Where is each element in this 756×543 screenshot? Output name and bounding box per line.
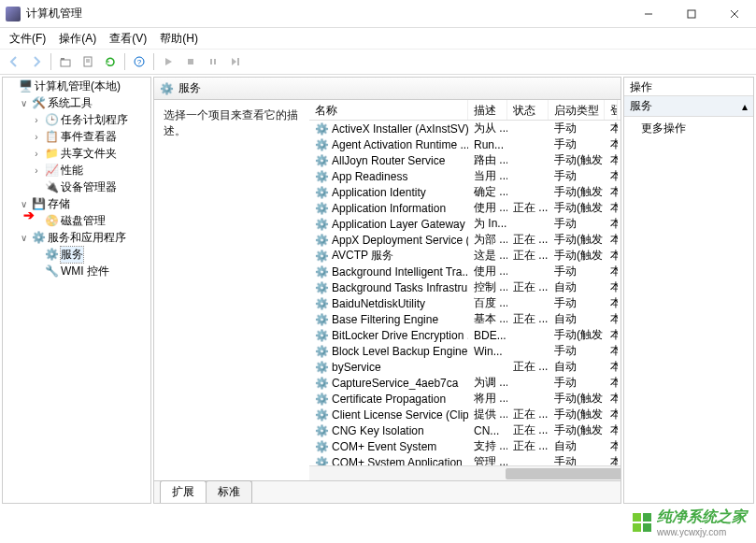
service-row[interactable]: ⚙️Client License Service (Clip...提供 ...正… bbox=[309, 407, 620, 422]
tree-device-manager[interactable]: 🔌设备管理器 bbox=[29, 179, 150, 195]
service-row[interactable]: ⚙️Application Information使用 ...正在 ...手动(… bbox=[309, 200, 620, 216]
service-row[interactable]: ⚙️AVCTP 服务这是 ...正在 ...手动(触发 ...本 bbox=[309, 248, 620, 264]
actions-more[interactable]: 更多操作 bbox=[624, 117, 753, 140]
gear-icon: ⚙️ bbox=[315, 218, 328, 231]
tab-extended[interactable]: 扩展 bbox=[160, 480, 207, 503]
service-desc: 路由 ... bbox=[468, 152, 507, 168]
service-desc: Win... bbox=[468, 345, 507, 358]
tools-icon: 🛠️ bbox=[31, 95, 46, 110]
maximize-button[interactable] bbox=[670, 0, 713, 28]
restart-button[interactable] bbox=[225, 51, 246, 72]
service-name: ActiveX Installer (AxInstSV) bbox=[332, 122, 468, 136]
service-name: CNG Key Isolation bbox=[332, 424, 424, 437]
service-row[interactable]: ⚙️Application Identity确定 ...手动(触发 ...本 bbox=[309, 184, 620, 200]
service-desc: 这是 ... bbox=[468, 248, 507, 264]
refresh-button[interactable] bbox=[100, 51, 121, 72]
service-row[interactable]: ⚙️App Readiness当用 ...手动本 bbox=[309, 168, 620, 184]
service-name: BaiduNetdiskUtility bbox=[332, 297, 425, 310]
col-name[interactable]: 名称 bbox=[309, 100, 468, 120]
service-start: 手动 bbox=[549, 121, 605, 136]
up-button[interactable] bbox=[55, 51, 76, 72]
service-row[interactable]: ⚙️Background Intelligent Tra...使用 ...手动本 bbox=[309, 264, 620, 279]
menu-ops[interactable]: 操作(A) bbox=[53, 29, 102, 49]
service-desc: 百度 ... bbox=[468, 295, 507, 311]
menu-help[interactable]: 帮助(H) bbox=[154, 29, 204, 49]
service-row[interactable]: ⚙️AllJoyn Router Service路由 ...手动(触发 ...本 bbox=[309, 152, 620, 168]
service-list: 名称 描述 状态 启动类型 登 ⚙️ActiveX Installer (AxI… bbox=[309, 100, 620, 480]
gear-icon: ⚙️ bbox=[315, 250, 328, 263]
service-row[interactable]: ⚙️CNG Key IsolationCN...正在 ...手动(触发 ...本 bbox=[309, 422, 620, 438]
back-button[interactable] bbox=[4, 51, 24, 72]
col-desc[interactable]: 描述 bbox=[468, 100, 507, 120]
tree-services[interactable]: ⚙️服务 bbox=[29, 246, 150, 263]
service-desc: CN... bbox=[468, 424, 507, 437]
actions-section[interactable]: 服务▴ bbox=[624, 96, 753, 117]
service-logon: 本 bbox=[605, 136, 618, 152]
tab-standard[interactable]: 标准 bbox=[206, 480, 252, 503]
tree-system-tools[interactable]: ∨🛠️系统工具 bbox=[16, 94, 150, 111]
service-row[interactable]: ⚙️Certificate Propagation将用 ...手动(触发 ...… bbox=[309, 391, 620, 407]
gear-icon: ⚙️ bbox=[315, 202, 328, 215]
service-start: 手动 bbox=[549, 295, 605, 311]
service-logon: 本 bbox=[605, 184, 618, 200]
service-desc: 为 In... bbox=[468, 216, 507, 232]
service-logon: 本 bbox=[605, 200, 618, 216]
service-row[interactable]: ⚙️BitLocker Drive Encryption ...BDE...手动… bbox=[309, 327, 620, 343]
service-name: Agent Activation Runtime ... bbox=[332, 138, 468, 151]
col-logon[interactable]: 登 bbox=[605, 100, 618, 120]
service-row[interactable]: ⚙️ActiveX Installer (AxInstSV)为从 ...手动本 bbox=[309, 121, 620, 136]
service-row[interactable]: ⚙️byService正在 ...自动本 bbox=[309, 359, 620, 375]
help-button[interactable]: ? bbox=[129, 51, 150, 72]
service-row[interactable]: ⚙️Base Filtering Engine基本 ...正在 ...自动本 bbox=[309, 311, 620, 327]
stop-button[interactable] bbox=[180, 51, 201, 72]
tree-event-viewer[interactable]: ›📋事件查看器 bbox=[29, 128, 150, 145]
tree-performance[interactable]: ›📈性能 bbox=[29, 162, 150, 179]
service-row[interactable]: ⚙️COM+ System Application管理 ...手动本 bbox=[309, 454, 620, 465]
service-start: 手动 bbox=[549, 168, 605, 184]
service-row[interactable]: ⚙️CaptureService_4aeb7ca为调 ...手动本 bbox=[309, 375, 620, 391]
pause-button[interactable] bbox=[203, 51, 223, 72]
tree-task-scheduler[interactable]: ›🕒任务计划程序 bbox=[29, 111, 150, 128]
service-logon: 本 bbox=[605, 438, 618, 454]
gear-icon: ⚙️ bbox=[315, 265, 328, 279]
tree-disk-mgmt[interactable]: 📀磁盘管理 bbox=[29, 212, 150, 229]
gear-icon: ⚙️ bbox=[160, 82, 173, 95]
center-title: 服务 bbox=[178, 80, 201, 96]
service-logon: 本 bbox=[605, 359, 618, 375]
service-desc: 控制 ... bbox=[468, 279, 507, 295]
col-start[interactable]: 启动类型 bbox=[549, 100, 605, 120]
service-row[interactable]: ⚙️Agent Activation Runtime ...Run...手动本 bbox=[309, 136, 620, 152]
service-row[interactable]: ⚙️Background Tasks Infrastru...控制 ...正在 … bbox=[309, 279, 620, 295]
horizontal-scrollbar[interactable] bbox=[309, 465, 620, 480]
service-row[interactable]: ⚙️Block Level Backup Engine ...Win...手动本 bbox=[309, 343, 620, 359]
title-bar: 计算机管理 bbox=[0, 0, 756, 28]
service-desc: 为从 ... bbox=[468, 121, 507, 136]
tree-shared-folders[interactable]: ›📁共享文件夹 bbox=[29, 145, 150, 162]
service-row[interactable]: ⚙️Application Layer Gateway ...为 In...手动… bbox=[309, 216, 620, 232]
tree-root[interactable]: 🖥️计算机管理(本地) bbox=[3, 78, 150, 94]
menu-file[interactable]: 文件(F) bbox=[4, 29, 51, 49]
tree-wmi[interactable]: 🔧WMI 控件 bbox=[29, 263, 150, 279]
tree-storage[interactable]: ∨💾存储 bbox=[16, 195, 150, 212]
service-logon: 本 bbox=[605, 295, 618, 311]
close-button[interactable] bbox=[713, 0, 756, 28]
service-row[interactable]: ⚙️AppX Deployment Service (...为部 ...正在 .… bbox=[309, 232, 620, 248]
properties-button[interactable] bbox=[78, 51, 98, 72]
menu-view[interactable]: 查看(V) bbox=[104, 29, 152, 49]
service-desc: Run... bbox=[468, 138, 507, 151]
minimize-button[interactable] bbox=[627, 0, 670, 28]
service-row[interactable]: ⚙️COM+ Event System支持 ...正在 ...自动本 bbox=[309, 438, 620, 454]
service-start: 自动 bbox=[549, 359, 605, 375]
col-status[interactable]: 状态 bbox=[507, 100, 549, 120]
service-logon: 本 bbox=[605, 422, 618, 438]
service-name: Application Information bbox=[332, 202, 446, 215]
play-button[interactable] bbox=[158, 51, 178, 72]
scroll-thumb[interactable] bbox=[506, 468, 620, 479]
gear-icon: ⚙️ bbox=[315, 138, 328, 151]
forward-button[interactable] bbox=[26, 51, 47, 72]
service-row[interactable]: ⚙️BaiduNetdiskUtility百度 ...手动本 bbox=[309, 295, 620, 311]
service-logon: 本 bbox=[605, 311, 618, 327]
window-title: 计算机管理 bbox=[26, 6, 627, 21]
svg-rect-16 bbox=[237, 58, 239, 65]
tree-services-apps[interactable]: ∨⚙️服务和应用程序 bbox=[16, 229, 150, 246]
